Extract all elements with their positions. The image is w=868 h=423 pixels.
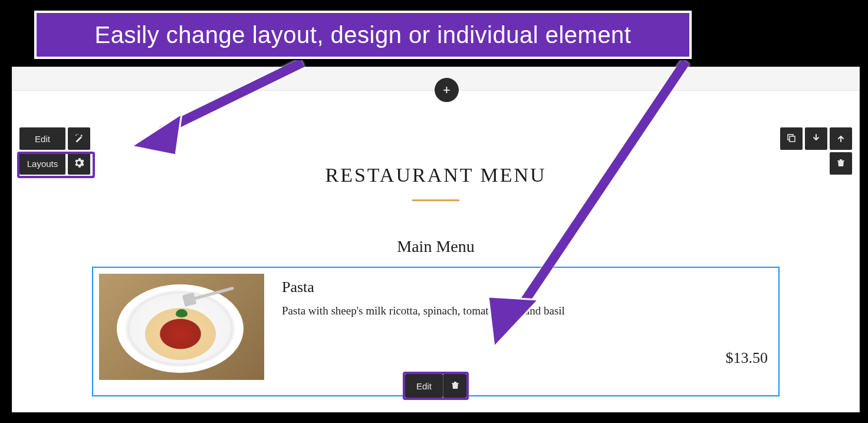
menu-title[interactable]: RESTAURANT MENU bbox=[12, 164, 859, 186]
trash-icon bbox=[451, 381, 460, 392]
gear-icon bbox=[74, 158, 84, 169]
annotation-banner-text: Easily change layout, design or individu… bbox=[95, 22, 632, 48]
magic-wand-button[interactable] bbox=[68, 127, 90, 150]
magic-wand-icon bbox=[74, 133, 84, 145]
move-section-down-button[interactable] bbox=[805, 127, 827, 150]
arrow-up-icon bbox=[836, 133, 846, 145]
arrow-down-icon bbox=[811, 133, 821, 145]
layouts-button[interactable]: Layouts bbox=[19, 152, 65, 175]
duplicate-section-button[interactable] bbox=[780, 127, 803, 150]
editor-canvas: + Edit Layouts bbox=[12, 67, 860, 412]
menu-item-price[interactable]: $13.50 bbox=[726, 349, 768, 367]
menu-item-card[interactable]: Pasta Pasta with sheep's milk ricotta, s… bbox=[92, 267, 780, 396]
item-edit-toolbar: Edit bbox=[403, 372, 469, 400]
trash-icon bbox=[836, 158, 846, 169]
move-section-up-button[interactable] bbox=[830, 127, 852, 150]
title-underline bbox=[412, 199, 459, 201]
menu-item-text: Pasta Pasta with sheep's milk ricotta, s… bbox=[264, 274, 772, 317]
edit-section-button[interactable]: Edit bbox=[19, 127, 65, 150]
annotation-banner: Easily change layout, design or individu… bbox=[34, 11, 692, 59]
edit-item-button[interactable]: Edit bbox=[405, 374, 443, 398]
section-left-toolbar: Edit Layouts bbox=[19, 127, 90, 175]
section-settings-button[interactable] bbox=[68, 152, 90, 175]
plus-icon: + bbox=[443, 83, 451, 98]
screenshot-frame: Easily change layout, design or individu… bbox=[2, 2, 866, 421]
menu-subtitle[interactable]: Main Menu bbox=[12, 237, 859, 256]
menu-item-description[interactable]: Pasta with sheep's milk ricotta, spinach… bbox=[282, 304, 772, 317]
copy-icon bbox=[787, 133, 796, 145]
delete-item-button[interactable] bbox=[443, 374, 466, 398]
svg-rect-3 bbox=[790, 136, 795, 142]
menu-item-name[interactable]: Pasta bbox=[282, 278, 772, 296]
delete-section-button[interactable] bbox=[830, 152, 852, 175]
menu-item-image[interactable] bbox=[99, 274, 264, 380]
svg-point-1 bbox=[77, 133, 78, 135]
add-section-button[interactable]: + bbox=[435, 78, 459, 102]
section-right-toolbar bbox=[780, 127, 852, 175]
svg-point-0 bbox=[75, 135, 77, 136]
